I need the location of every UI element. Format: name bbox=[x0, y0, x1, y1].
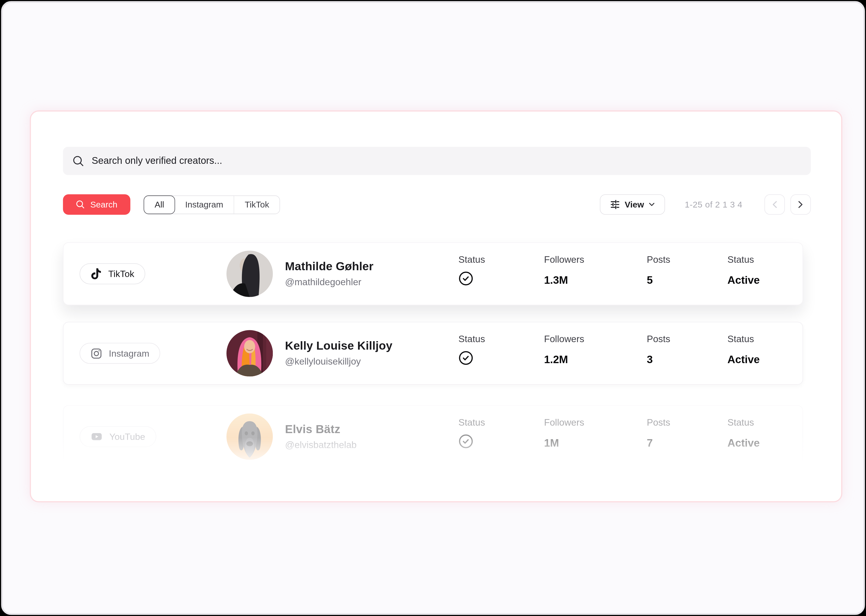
followers-column: Followers 1.2M bbox=[544, 334, 584, 366]
activity-column: Status Active bbox=[727, 334, 760, 366]
platform-badge-label: YouTube bbox=[109, 431, 145, 442]
platform-badge-tiktok[interactable]: TikTok bbox=[79, 263, 145, 284]
app-window: Search All Instagram TikTok View bbox=[1, 1, 865, 615]
creator-name: Mathilde Gøhler bbox=[285, 259, 373, 273]
creator-handle: @mathildegoehler bbox=[285, 277, 373, 288]
avatar bbox=[227, 413, 273, 460]
creator-identity: Mathilde Gøhler @mathildegoehler bbox=[285, 259, 373, 288]
posts-value: 3 bbox=[647, 353, 670, 366]
platform-filter-tabs: All Instagram TikTok bbox=[144, 195, 280, 214]
posts-value: 7 bbox=[647, 437, 670, 449]
circle-check-icon bbox=[458, 271, 485, 288]
view-button[interactable]: View bbox=[600, 194, 665, 215]
followers-value: 1M bbox=[544, 437, 584, 449]
screen: Search All Instagram TikTok View bbox=[0, 0, 866, 616]
platform-badge-label: TikTok bbox=[108, 269, 134, 279]
posts-column: Posts 7 bbox=[647, 417, 670, 449]
followers-column: Followers 1.3M bbox=[544, 255, 584, 287]
instagram-icon bbox=[91, 347, 102, 359]
status-column: Status bbox=[458, 417, 485, 451]
activity-column: Status Active bbox=[727, 417, 760, 449]
tab-instagram[interactable]: Instagram bbox=[175, 196, 234, 213]
search-bar bbox=[63, 147, 811, 175]
status-value: Active bbox=[727, 353, 760, 366]
followers-value: 1.3M bbox=[544, 274, 584, 287]
creator-name: Kelly Louise Killjoy bbox=[285, 339, 392, 352]
followers-value: 1.2M bbox=[544, 353, 584, 366]
platform-badge-label: Instagram bbox=[109, 348, 150, 358]
chevron-left-icon bbox=[772, 201, 777, 208]
sliders-icon bbox=[610, 200, 620, 209]
posts-column: Posts 3 bbox=[647, 334, 670, 366]
creator-row[interactable]: Instagram Kelly bbox=[63, 322, 803, 385]
platform-badge-youtube[interactable]: YouTube bbox=[79, 426, 156, 447]
circle-check-icon bbox=[458, 434, 485, 451]
status-value: Active bbox=[727, 437, 760, 449]
next-page-button[interactable] bbox=[790, 194, 811, 215]
avatar bbox=[227, 330, 273, 376]
status-value: Active bbox=[727, 274, 760, 287]
chevron-down-icon bbox=[649, 203, 655, 207]
controls-row: Search All Instagram TikTok View bbox=[63, 194, 811, 215]
creator-row[interactable]: TikTok Mathilde Gøhler @mathildegoehler … bbox=[63, 242, 803, 305]
youtube-icon bbox=[91, 431, 102, 443]
search-icon bbox=[76, 200, 85, 209]
status-column: Status bbox=[458, 255, 485, 288]
creator-identity: Elvis Bätz @elvisbatzthelab bbox=[285, 423, 357, 451]
followers-column: Followers 1M bbox=[544, 417, 584, 449]
posts-column: Posts 5 bbox=[647, 255, 670, 287]
creator-search-panel: Search All Instagram TikTok View bbox=[30, 110, 842, 502]
view-button-label: View bbox=[625, 200, 644, 209]
chevron-right-icon bbox=[798, 201, 803, 208]
avatar bbox=[227, 251, 273, 297]
creator-identity: Kelly Louise Killjoy @kellylouisekilljoy bbox=[285, 339, 392, 368]
search-button-label: Search bbox=[90, 200, 117, 209]
status-column: Status bbox=[458, 334, 485, 368]
tab-tiktok[interactable]: TikTok bbox=[234, 196, 280, 213]
posts-value: 5 bbox=[647, 274, 670, 287]
search-button[interactable]: Search bbox=[63, 194, 131, 215]
creator-name: Elvis Bätz bbox=[285, 423, 357, 436]
pagination-status: 1-25 of 2 1 3 4 bbox=[665, 200, 762, 209]
tiktok-icon bbox=[91, 268, 102, 280]
activity-column: Status Active bbox=[727, 255, 760, 287]
creator-handle: @kellylouisekilljoy bbox=[285, 357, 392, 368]
creator-row[interactable]: YouTube bbox=[63, 405, 803, 468]
search-input[interactable] bbox=[92, 155, 801, 167]
platform-badge-instagram[interactable]: Instagram bbox=[79, 343, 160, 364]
tab-all[interactable]: All bbox=[144, 195, 175, 214]
creator-handle: @elvisbatzthelab bbox=[285, 440, 357, 451]
search-icon bbox=[72, 155, 85, 167]
circle-check-icon bbox=[458, 350, 485, 368]
prev-page-button[interactable] bbox=[764, 194, 785, 215]
